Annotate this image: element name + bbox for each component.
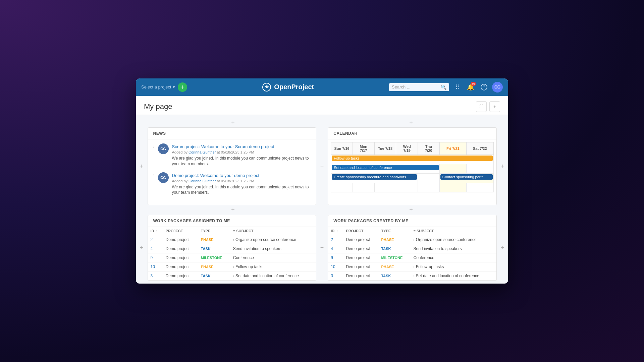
news-item: › CG Scrum project: Welcome to your Scru… (153, 143, 311, 167)
chevron-icon: › (233, 238, 234, 242)
table-row: 9 Demo project MILESTONE Conference (328, 253, 496, 262)
chevron-icon: › (233, 274, 234, 278)
type-badge: TASK (381, 274, 391, 278)
select-project-button[interactable]: Select a project ▾ (141, 84, 175, 89)
wp-id-link[interactable]: 3 (151, 274, 153, 278)
news-title-link[interactable]: Demo project: Welcome to your demo proje… (172, 173, 260, 178)
chevron-right-icon[interactable]: › (153, 173, 155, 178)
user-avatar-button[interactable]: CG (492, 82, 503, 93)
wp-id-link[interactable]: 4 (151, 246, 153, 251)
cal-cell-sponsorship: Create sponsorship brochure and hand-out… (331, 173, 418, 183)
add-right-top[interactable]: + (499, 127, 506, 205)
avatar: CG (158, 143, 169, 154)
notification-button[interactable]: 🔔 39 (465, 82, 476, 93)
wp-subject: Send invitation to speakers (411, 244, 496, 253)
wp-project: Demo project (343, 244, 378, 253)
cal-cell-empty2 (467, 164, 493, 173)
chevron-icon: › (233, 265, 234, 269)
news-meta-date: at 05/18/2023 1:25 PM (217, 150, 254, 154)
header-center: OpenProject (191, 82, 385, 92)
wp-id-link[interactable]: 4 (331, 246, 333, 251)
type-badge: TASK (381, 246, 391, 251)
news-meta: Added by Corinna Günther at 05/18/2023 1… (172, 179, 311, 183)
wp-subject: ›Organize open source conference (411, 235, 496, 244)
expand-icon: ⛶ (479, 104, 483, 109)
cal-day-sun: Sun 7/16 (331, 142, 353, 155)
wp-project: Demo project (343, 235, 378, 244)
add-right-bottom[interactable]: + (499, 215, 506, 281)
cal-cell-setdate: Set date and location of conference (331, 164, 439, 173)
cal-event-sponsorship[interactable]: Create sponsorship brochure and hand-out… (332, 174, 417, 180)
wp-id-link[interactable]: 9 (331, 255, 333, 260)
wp-id-link[interactable]: 2 (331, 237, 333, 242)
wp-id-link[interactable]: 9 (151, 255, 153, 260)
add-left-bottom[interactable]: + (139, 215, 145, 281)
add-middle-top[interactable]: + (319, 127, 325, 205)
add-middle-bottom[interactable]: + (319, 215, 325, 281)
header-left: Select a project ▾ + (141, 82, 187, 92)
wp-project: Demo project (163, 272, 198, 281)
wp-created-header: WORK PACKAGES CREATED BY ME (328, 215, 496, 227)
wp-id-link[interactable]: 3 (331, 274, 333, 278)
wp-project: Demo project (163, 262, 198, 272)
cal-cell-contact: Contact sponsoring partn... (439, 173, 493, 183)
add-top-left[interactable]: + (145, 118, 321, 127)
news-meta-author[interactable]: Corinna Günther (189, 179, 216, 183)
news-title-link[interactable]: Scrum project: Welcome to your Scrum dem… (172, 144, 274, 149)
news-content: Scrum project: Welcome to your Scrum dem… (172, 143, 311, 167)
news-item-inner: CG Demo project: Welcome to your demo pr… (158, 172, 311, 196)
svg-point-1 (266, 86, 268, 88)
add-mid-left[interactable]: + (145, 205, 321, 215)
news-meta-author[interactable]: Corinna Günther (189, 150, 216, 154)
wp-assigned-header: WORK PACKAGES ASSIGNED TO ME (148, 215, 316, 227)
fullscreen-button[interactable]: ⛶ (476, 101, 487, 112)
wp-created-widget: WORK PACKAGES CREATED BY ME ID ↕ PROJECT… (328, 215, 496, 281)
wp-id-link[interactable]: 2 (151, 237, 153, 242)
news-meta-prefix: Added by (172, 150, 187, 154)
wp-project: Demo project (343, 253, 378, 262)
plus-icon: + (493, 104, 496, 109)
calendar-widget: CALENDAR Sun 7/16 Mon7/17 Tue 7/18 Wed7/… (328, 127, 496, 205)
cal-row-3: Create sponsorship brochure and hand-out… (331, 173, 493, 183)
logo: OpenProject (262, 82, 314, 92)
wp-id-link[interactable]: 10 (151, 264, 155, 269)
table-row: 4 Demo project TASK Send invitation to s… (328, 244, 496, 253)
wp-assigned-table: ID ↕ PROJECT TYPE ≡ SUBJECT 2 Demo proje… (148, 227, 316, 281)
chevron-down-icon: ▾ (173, 84, 175, 89)
chevron-right-icon[interactable]: › (153, 144, 155, 149)
wp-project: Demo project (163, 244, 198, 253)
add-mid-right[interactable]: + (323, 205, 499, 215)
add-button[interactable]: + (178, 82, 187, 92)
cal-row-1: Follow-up tasks (331, 155, 493, 164)
cal-cell-r4c6 (439, 183, 466, 192)
wp-id-link[interactable]: 10 (331, 264, 335, 269)
news-text: We are glad you joined. In this module y… (172, 184, 311, 196)
news-text: We are glad you joined. In this module y… (172, 156, 311, 167)
cal-event-followup[interactable]: Follow-up tasks (332, 156, 492, 161)
cal-event-setdate[interactable]: Set date and location of conference (332, 165, 438, 170)
app-title: OpenProject (274, 83, 314, 91)
middle-add-row: + + (139, 205, 505, 215)
col-project: PROJECT (163, 227, 198, 235)
wp-project: Demo project (163, 235, 198, 244)
page-title: My page (144, 102, 172, 111)
type-badge: TASK (201, 274, 211, 278)
wp-subject: Conference (411, 253, 496, 262)
notification-badge: 39 (471, 82, 476, 86)
cal-day-mon: Mon7/17 (353, 142, 374, 155)
top-add-row: + + (139, 118, 505, 127)
chevron-icon: › (414, 238, 415, 242)
search-input[interactable] (392, 84, 439, 89)
cal-event-contact[interactable]: Contact sponsoring partn... (440, 174, 493, 180)
col-subject: ≡ SUBJECT (230, 227, 316, 235)
help-button[interactable]: ? (479, 82, 489, 93)
cal-day-sat: Sat 7/22 (467, 142, 493, 155)
add-widget-button[interactable]: + (489, 101, 500, 112)
grid-button[interactable]: ⠿ (452, 82, 463, 93)
cal-cell-r4c1 (331, 183, 353, 192)
top-widgets-row: + NEWS › CG Scrum project: Welcome to yo… (139, 127, 505, 205)
add-left-top[interactable]: + (139, 127, 145, 205)
add-top-right[interactable]: + (323, 118, 499, 127)
table-row: 3 Demo project TASK ›Set date and locati… (328, 272, 496, 281)
help-icon: ? (481, 84, 487, 90)
